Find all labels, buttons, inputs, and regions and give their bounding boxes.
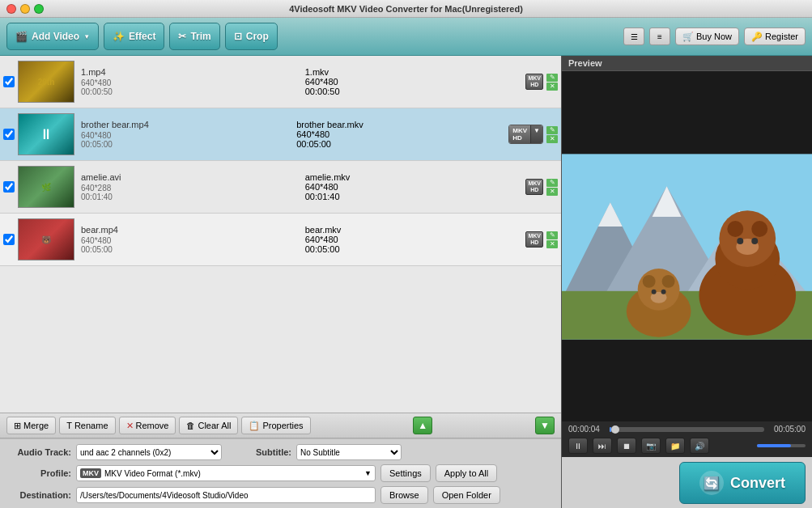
register-button[interactable]: 🔑 Register [744, 28, 806, 45]
output-name-2: brother bear.mkv [296, 120, 502, 129]
output-dur-4: 00:05:00 [305, 244, 520, 254]
move-up-button[interactable]: ▲ [413, 417, 432, 434]
progress-bar-container: 00:00:04 00:05:00 [568, 425, 806, 434]
buy-now-button[interactable]: 🛒 Buy Now [675, 28, 739, 45]
file-checkbox-2[interactable] [3, 129, 15, 140]
table-row: 20th 1.mp4 640*480 00:00:50 1.mkv 640*48… [0, 56, 561, 108]
settings-button[interactable]: Settings [380, 464, 431, 482]
volume-button[interactable]: 🔊 [690, 438, 709, 454]
thumbnail-4: 🐻 [18, 218, 74, 260]
format-dropdown-arrow-2[interactable]: ▼ [530, 125, 542, 143]
delete-icon-2[interactable]: ✕ [546, 135, 558, 143]
progress-bar[interactable] [610, 427, 764, 432]
folder-button[interactable]: 📁 [665, 438, 685, 454]
file-checkbox-4[interactable] [3, 234, 15, 245]
delete-icon-3[interactable]: ✕ [546, 188, 558, 196]
file-info-4: bear.mp4 640*480 00:05:00 [78, 225, 299, 254]
delete-icon-4[interactable]: ✕ [546, 240, 558, 248]
file-checkbox-1[interactable] [3, 76, 15, 87]
pause-button[interactable]: ⏸ [568, 438, 588, 454]
convert-button[interactable]: 🔄 Convert [679, 462, 806, 504]
properties-icon: 📋 [249, 421, 260, 431]
input-dims-4: 640*480 [81, 236, 295, 245]
output-dims-3: 640*480 [305, 182, 520, 192]
video-controls: 00:00:04 00:05:00 ⏸ ⏭ ⏹ 📷 📁 🔊 [562, 421, 812, 457]
svg-point-22 [661, 289, 666, 294]
clear-all-button[interactable]: 🗑 Clear All [179, 417, 238, 434]
key-icon: 🔑 [751, 32, 763, 42]
maximize-button[interactable] [34, 4, 44, 14]
svg-point-19 [662, 274, 675, 287]
format-button-1[interactable]: MKVHD [525, 74, 543, 91]
audio-track-select[interactable]: und aac 2 channels (0x2) [76, 444, 222, 460]
effect-icon: ✨ [113, 31, 125, 42]
add-video-button[interactable]: 🎬 Add Video ▼ [6, 23, 99, 50]
stop-button[interactable]: ⏹ [617, 438, 636, 454]
step-forward-button[interactable]: ⏭ [593, 438, 612, 454]
browse-button[interactable]: Browse [380, 486, 428, 504]
destination-label: Destination: [6, 490, 71, 500]
apply-to-all-button[interactable]: Apply to All [436, 464, 497, 482]
input-name-3: amelie.avi [81, 172, 295, 182]
current-time: 00:00:04 [568, 425, 605, 434]
input-dims-1: 640*480 [81, 78, 295, 87]
input-dur-4: 00:05:00 [81, 245, 295, 254]
subtitle-label: Subtitle: [227, 447, 291, 457]
crop-button[interactable]: ⊡ Crop [225, 23, 278, 50]
merge-button[interactable]: ⊞ Merge [6, 417, 56, 434]
file-checkbox-3[interactable] [3, 181, 15, 193]
screenshot-button[interactable]: 📷 [641, 438, 661, 454]
minimize-button[interactable] [20, 4, 30, 14]
output-name-1: 1.mkv [305, 67, 520, 77]
remove-button[interactable]: ✕ Remove [119, 417, 176, 434]
format-btn-main-2[interactable]: MKVHD [509, 125, 530, 143]
close-button[interactable] [6, 4, 16, 14]
format-dropdown-2[interactable]: MKVHD ▼ [508, 125, 543, 144]
edit-up-icon-2[interactable]: ✎ [546, 126, 558, 134]
move-down-button[interactable]: ▼ [535, 417, 555, 434]
film-add-icon: 🎬 [15, 31, 28, 42]
trim-button[interactable]: ✂ Trim [169, 23, 219, 50]
remove-icon: ✕ [126, 421, 134, 431]
file-output-3: amelie.mkv 640*480 00:01:40 [302, 172, 523, 201]
format-button-3[interactable]: MKVHD [525, 179, 543, 196]
svg-point-12 [751, 221, 767, 237]
file-actions-4: MKVHD [525, 231, 543, 248]
open-folder-button[interactable]: Open Folder [433, 486, 500, 504]
file-actions-2: MKVHD ▼ [508, 125, 543, 144]
destination-row: Destination: Browse Open Folder [6, 486, 555, 504]
window-controls[interactable] [6, 4, 44, 14]
rename-button[interactable]: T Rename [59, 417, 115, 434]
convert-label: Convert [730, 475, 785, 492]
edit-up-icon-1[interactable]: ✎ [546, 74, 558, 82]
output-dur-2: 00:05:00 [296, 139, 502, 149]
properties-label: Properties [262, 421, 303, 430]
thumbnail-2: ⏸ [18, 113, 74, 155]
convert-section: 🔄 Convert [562, 457, 812, 508]
delete-icon-1[interactable]: ✕ [546, 83, 558, 91]
effect-button[interactable]: ✨ Effect [104, 23, 164, 50]
toolbar-right: ☰ ≡ 🛒 Buy Now 🔑 Register [623, 28, 806, 45]
mkv-profile-icon: MKV [80, 468, 101, 478]
profile-dropdown-arrow[interactable]: ▼ [364, 469, 372, 477]
file-actions-3: MKVHD [525, 179, 543, 196]
total-time: 00:05:00 [769, 425, 806, 434]
edit-up-icon-3[interactable]: ✎ [546, 179, 558, 187]
svg-point-11 [727, 221, 743, 237]
destination-input[interactable] [76, 487, 376, 503]
buy-icon: 🛒 [682, 32, 694, 42]
row-arrows-1: ✎ ✕ [546, 74, 558, 91]
preview-video [562, 71, 812, 421]
list-toolbar: ⊞ Merge T Rename ✕ Remove 🗑 Clear All 📋 … [0, 413, 561, 438]
preview-panel: Preview [561, 56, 812, 508]
table-row: ⏸ brother bear.mp4 640*480 00:05:00 brot… [0, 108, 561, 161]
grid-view-button[interactable]: ≡ [649, 28, 670, 45]
progress-thumb [611, 425, 619, 434]
edit-up-icon-4[interactable]: ✎ [546, 231, 558, 239]
settings-bar: Audio Track: und aac 2 channels (0x2) Su… [0, 438, 561, 508]
subtitle-select[interactable]: No Subtitle [296, 444, 402, 460]
properties-button[interactable]: 📋 Properties [241, 417, 310, 434]
list-view-button[interactable]: ☰ [623, 28, 644, 45]
volume-slider[interactable] [757, 444, 806, 447]
format-button-4[interactable]: MKVHD [525, 231, 543, 248]
